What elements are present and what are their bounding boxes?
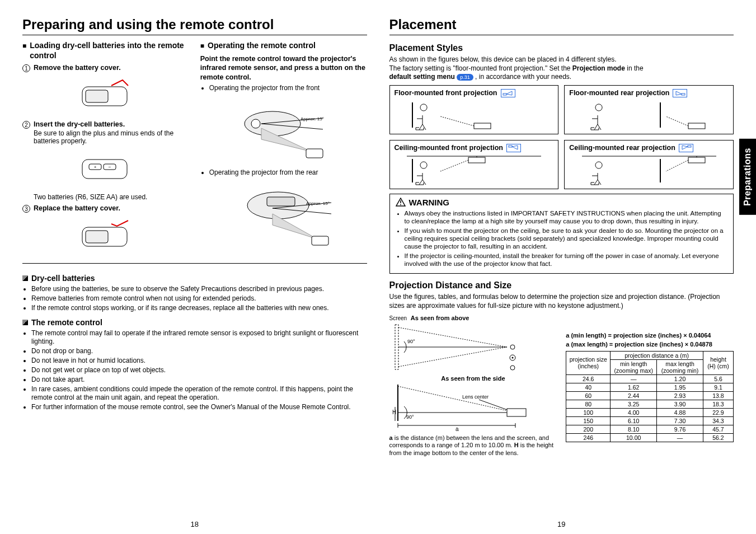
list-item: Always obey the instructions listed in I… — [405, 209, 728, 226]
svg-rect-11 — [306, 149, 323, 158]
distance-head: Projection Distance and Size — [389, 280, 734, 291]
table-cell: 2.44 — [611, 391, 657, 400]
table-cell: 3.25 — [611, 400, 657, 408]
svg-rect-37 — [688, 157, 705, 163]
svg-point-50 — [511, 357, 513, 358]
loading-heading: Loading dry-cell batteries into the remo… — [22, 41, 189, 60]
table-cell: 246 — [566, 433, 611, 442]
table-cell: 100 — [566, 408, 611, 416]
drycell-note-list: Before using the batteries, be sure to o… — [22, 285, 367, 313]
svg-text:+: + — [94, 165, 97, 170]
table-row: 24.6—1.205.6 — [566, 374, 734, 383]
table-cell: 45.7 — [703, 425, 733, 433]
table-cell: 56.2 — [703, 433, 733, 442]
table-header: max length (zooming min) — [657, 359, 703, 374]
placement-mode-icon — [673, 89, 687, 97]
diagram-above: 90° — [389, 322, 557, 375]
placement-mode-icon — [506, 144, 521, 152]
svg-rect-56 — [507, 409, 526, 416]
page-left: Preparing and using the remote control L… — [22, 17, 367, 528]
table-cell: 1.20 — [657, 374, 703, 383]
table-cell: 5.6 — [703, 374, 733, 383]
svg-text:H: H — [392, 409, 396, 415]
svg-text:90°: 90° — [407, 339, 415, 344]
left-title: Preparing and using the remote control — [22, 17, 367, 32]
table-cell: — — [657, 433, 703, 442]
page-reference: p.31 — [457, 74, 473, 81]
svg-text:a: a — [456, 426, 459, 432]
list-item: Remove batteries from remote control whe… — [31, 294, 367, 303]
svg-line-40 — [666, 160, 688, 171]
table-cell: 40 — [566, 383, 611, 391]
placement-ceiling-rear: Ceiling-mounted rear projection — [564, 140, 734, 189]
svg-line-24 — [440, 116, 474, 126]
table-cell: 7.30 — [657, 416, 703, 425]
table-header: min length (zooming max) — [611, 359, 657, 374]
list-item: Before using the batteries, be sure to o… — [31, 285, 367, 293]
remote-illustration-3 — [72, 216, 139, 255]
svg-rect-25 — [682, 93, 685, 95]
list-item: For further information of the mouse rem… — [31, 403, 367, 411]
svg-line-46 — [398, 347, 507, 367]
step-detail: Be sure to align the plus and minus ends… — [34, 129, 189, 145]
svg-rect-31 — [468, 157, 485, 163]
step-number: 1 — [22, 64, 30, 72]
table-row: 24610.00—56.2 — [566, 433, 734, 442]
table-cell: 200 — [566, 425, 611, 433]
svg-point-10 — [251, 119, 260, 128]
step-text: Remove the battery cover. — [34, 64, 121, 72]
distance-para: Use the figures, tables, and formulas be… — [389, 293, 734, 310]
list-item: Do not take apart. — [31, 376, 367, 384]
svg-line-34 — [440, 160, 468, 171]
table-row: 602.442.9313.8 — [566, 391, 734, 400]
placement-floor-front: Floor-mounted front projection — [389, 85, 559, 134]
table-cell: 4.88 — [657, 408, 703, 416]
table-row: 401.621.959.1 — [566, 383, 734, 391]
list-item: If the projector is ceiling-mounted, ins… — [405, 252, 728, 268]
operate-rear-label: Operating the projector from the rear — [209, 168, 367, 177]
remote-illustration-1 — [72, 76, 139, 115]
remote-illustration-2: +− — [72, 148, 139, 188]
page-number-left: 18 — [22, 517, 367, 528]
list-item: The remote control may fail to operate i… — [31, 329, 367, 346]
table-cell: 9.1 — [703, 383, 733, 391]
table-cell: 4.00 — [611, 408, 657, 416]
svg-line-28 — [666, 116, 688, 126]
table-row: 803.253.9018.3 — [566, 400, 734, 408]
table-cell: — — [611, 374, 657, 383]
svg-rect-8 — [86, 231, 108, 243]
step-text: Insert the dry-cell batteries. — [34, 120, 189, 128]
svg-rect-35 — [688, 146, 691, 147]
svg-line-54 — [398, 386, 515, 413]
step-number: 2 — [22, 121, 30, 129]
placement-styles-para: As shown in the figures below, this devi… — [389, 55, 734, 82]
svg-rect-17 — [312, 236, 328, 245]
svg-rect-43 — [395, 325, 398, 369]
svg-point-42 — [400, 204, 401, 205]
projector-rear-illustration: Approx. 15° — [228, 180, 340, 247]
projector-front-illustration: Approx. 15° — [228, 96, 340, 163]
table-cell: 6.10 — [611, 416, 657, 425]
battery-note: Two batteries (R6, SIZE AA) are used. — [34, 193, 189, 201]
placement-ceiling-front: Ceiling-mounted front projection — [389, 140, 559, 189]
step-1: 1 Remove the battery cover. — [22, 64, 189, 72]
placement-styles-head: Placement Styles — [389, 43, 734, 53]
as-seen-side: As seen from the side — [389, 375, 557, 382]
placement-mode-icon — [679, 144, 693, 152]
table-cell: 3.90 — [657, 400, 703, 408]
svg-rect-29 — [509, 146, 512, 147]
table-cell: 1.62 — [611, 383, 657, 391]
screen-label: Screen — [389, 315, 407, 321]
svg-text:Lens center: Lens center — [462, 394, 489, 400]
operating-heading: Operating the remote control — [200, 41, 367, 51]
svg-rect-1 — [86, 90, 108, 102]
svg-text:Approx. 15°: Approx. 15° — [306, 201, 330, 206]
drycell-note-head: Dry-cell batteries — [22, 274, 367, 283]
remote-note-head: The remote control — [22, 318, 367, 327]
step-2: 2 Insert the dry-cell batteries. Be sure… — [22, 120, 189, 145]
warning-box: WARNING Always obey the instructions lis… — [389, 194, 734, 274]
table-cell: 8.10 — [611, 425, 657, 433]
table-cell: 150 — [566, 416, 611, 425]
list-item: Do not get wet or place on top of wet ob… — [31, 366, 367, 374]
warning-head-text: WARNING — [409, 198, 450, 207]
